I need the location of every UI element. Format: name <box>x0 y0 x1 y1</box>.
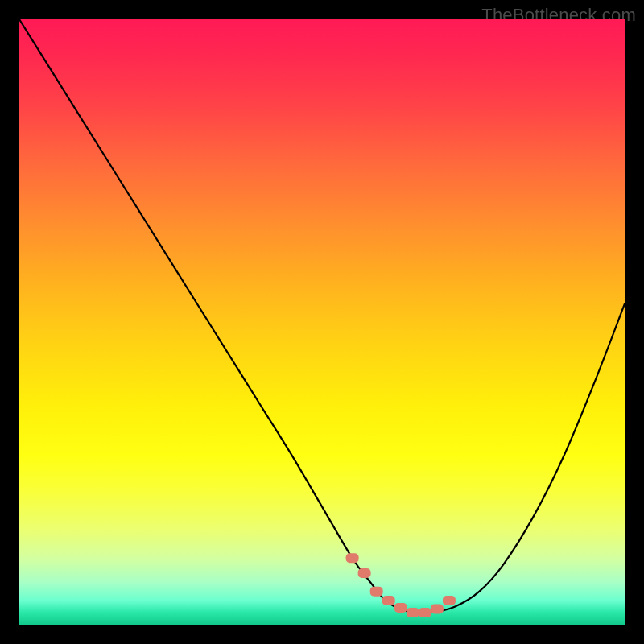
bottleneck-curve-path <box>19 19 625 613</box>
highlight-marker <box>370 587 383 597</box>
highlight-marker <box>431 604 444 613</box>
highlight-markers-group <box>346 553 456 617</box>
highlight-marker <box>382 596 395 605</box>
highlight-marker <box>346 553 359 563</box>
highlight-marker <box>443 596 456 605</box>
curve-svg <box>19 19 625 625</box>
highlight-marker <box>358 568 371 578</box>
chart-frame: TheBottleneck.com <box>0 0 644 644</box>
highlight-marker <box>407 608 419 617</box>
highlight-marker <box>394 603 407 613</box>
gradient-plot-area <box>19 19 625 625</box>
highlight-marker <box>419 608 431 617</box>
